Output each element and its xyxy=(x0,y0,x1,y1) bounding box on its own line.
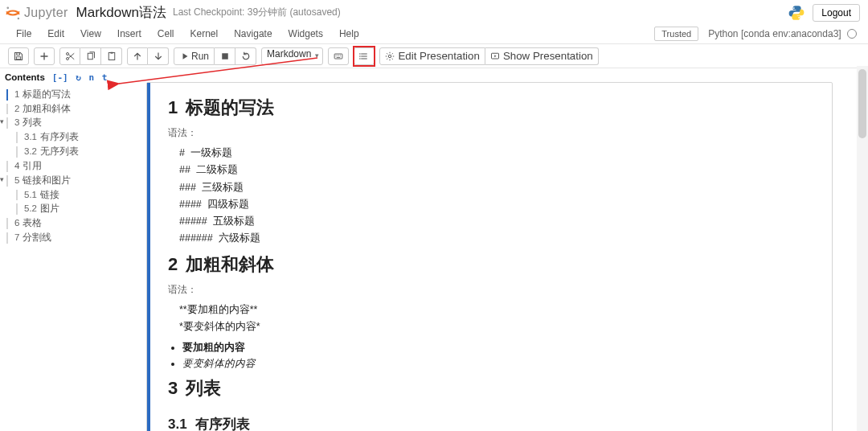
markdown-cell[interactable]: 1标题的写法 语法： # 一级标题 ## 二级标题 ### 三级标题 #### … xyxy=(147,83,832,431)
copy-button[interactable] xyxy=(80,47,101,65)
toc-toggle-button[interactable] xyxy=(354,47,375,65)
run-button[interactable]: Run xyxy=(174,47,215,65)
logout-button[interactable]: Logout xyxy=(813,4,860,22)
arrow-up-icon xyxy=(133,51,142,61)
kernel-indicator[interactable]: Python [conda env:anaconda3] xyxy=(708,28,857,39)
svg-rect-4 xyxy=(17,52,20,55)
save-icon xyxy=(14,51,23,61)
menu-kernel[interactable]: Kernel xyxy=(182,25,227,43)
checkpoint-text: Last Checkpoint: 39分钟前 (autosaved) xyxy=(173,6,341,19)
toc-item[interactable]: 2加粗和斜体 xyxy=(5,102,117,117)
code-block-1: # 一级标题 ## 二级标题 ### 三级标题 #### 四级标题 ##### … xyxy=(179,145,814,248)
toc-list: 1标题的写法2加粗和斜体▾3列表3.1有序列表3.2无序列表4引用▾5链接和图片… xyxy=(5,88,117,245)
toc-item[interactable]: 3.2无序列表 xyxy=(14,145,117,159)
interrupt-button[interactable] xyxy=(215,47,235,65)
toc-item[interactable]: 5.2图片 xyxy=(14,202,117,216)
toc-item[interactable]: 4引用 xyxy=(5,159,117,174)
toc-item[interactable]: ▾5链接和图片 xyxy=(5,174,117,188)
svg-rect-10 xyxy=(110,51,113,53)
syntax-label-2: 语法： xyxy=(168,282,814,297)
toolbar: Run Markdown ▾ Edit Presentation Show Pr… xyxy=(0,44,868,68)
menu-insert[interactable]: Insert xyxy=(109,25,149,43)
move-up-button[interactable] xyxy=(127,47,148,65)
toc-controls[interactable]: [-] ↻ n t xyxy=(50,71,108,84)
trusted-badge[interactable]: Trusted xyxy=(654,27,698,41)
toc-sidebar: Contents [-] ↻ n t 1标题的写法2加粗和斜体▾3列表3.1有序… xyxy=(0,66,122,431)
chevron-down-icon: ▾ xyxy=(0,117,4,128)
move-down-button[interactable] xyxy=(148,47,169,65)
command-palette-button[interactable] xyxy=(328,47,349,65)
stop-icon xyxy=(220,51,230,61)
toc-title: Contents xyxy=(5,71,45,85)
python-icon xyxy=(788,5,805,21)
logo-text: Jupyter xyxy=(24,6,68,20)
menu-widgets[interactable]: Widgets xyxy=(280,25,331,43)
cut-button[interactable] xyxy=(59,47,80,65)
toc-collapse[interactable]: [-] xyxy=(52,72,68,83)
menu-navigate[interactable]: Navigate xyxy=(226,25,280,43)
syntax-label-1: 语法： xyxy=(168,125,814,140)
svg-point-13 xyxy=(360,53,362,55)
svg-point-1 xyxy=(18,17,20,19)
svg-point-15 xyxy=(360,58,362,60)
play-box-icon xyxy=(490,51,500,61)
svg-point-3 xyxy=(799,17,800,18)
toc-item[interactable]: 1标题的写法 xyxy=(5,88,117,102)
celltype-select[interactable]: Markdown ▾ xyxy=(261,47,323,65)
scrollbar-thumb[interactable] xyxy=(858,69,866,138)
heading-3: 3列表 xyxy=(168,375,814,401)
scissors-icon xyxy=(65,51,75,61)
svg-point-14 xyxy=(360,55,362,57)
paste-icon xyxy=(107,51,117,61)
notebook-cell: 1标题的写法 语法： # 一级标题 ## 二级标题 ### 三级标题 #### … xyxy=(146,82,833,431)
menu-edit[interactable]: Edit xyxy=(39,25,72,43)
toc-refresh[interactable]: ↻ xyxy=(76,72,81,83)
menu-view[interactable]: View xyxy=(72,25,109,43)
chevron-down-icon: ▾ xyxy=(0,174,4,186)
menu-file[interactable]: File xyxy=(8,25,39,43)
menu-help[interactable]: Help xyxy=(331,25,367,43)
svg-rect-12 xyxy=(335,54,343,59)
restart-icon xyxy=(241,51,251,61)
heading-3-1: 3.1有序列表 xyxy=(168,414,814,432)
code-block-2: **要加粗的内容** *要变斜体的内容* xyxy=(179,302,814,336)
toc-number[interactable]: n xyxy=(89,72,95,83)
menu-bar: File Edit View Insert Cell Kernel Naviga… xyxy=(0,23,868,44)
jupyter-logo[interactable]: Jupyter xyxy=(5,5,68,21)
heading-2: 2加粗和斜体 xyxy=(168,251,814,277)
toc-item[interactable]: 5.1链接 xyxy=(14,188,117,203)
svg-point-16 xyxy=(389,55,391,57)
save-button[interactable] xyxy=(8,47,29,65)
restart-button[interactable] xyxy=(235,47,256,65)
notebook-area[interactable]: 1标题的写法 语法： # 一级标题 ## 二级标题 ### 三级标题 #### … xyxy=(122,66,857,431)
copy-icon xyxy=(86,51,96,61)
plus-icon xyxy=(39,51,49,61)
kernel-status-icon xyxy=(847,29,857,39)
toc-item[interactable]: ▾3列表 xyxy=(5,116,117,130)
svg-point-2 xyxy=(793,7,795,9)
menu-cell[interactable]: Cell xyxy=(149,25,182,43)
svg-rect-9 xyxy=(108,52,115,60)
toc-item[interactable]: 7分割线 xyxy=(5,231,117,245)
svg-rect-11 xyxy=(222,53,228,60)
edit-presentation-button[interactable]: Edit Presentation xyxy=(379,47,485,65)
gear-icon xyxy=(385,51,395,61)
celltype-value: Markdown xyxy=(261,47,323,65)
show-presentation-button[interactable]: Show Presentation xyxy=(485,47,599,65)
toc-settings[interactable]: t xyxy=(102,72,108,83)
heading-1: 1标题的写法 xyxy=(168,94,814,121)
paste-button[interactable] xyxy=(101,47,122,65)
list-icon xyxy=(359,51,369,61)
add-cell-button[interactable] xyxy=(34,47,55,65)
scrollbar[interactable] xyxy=(857,66,868,431)
jupyter-icon xyxy=(5,5,21,21)
notebook-title[interactable]: Markdown语法 xyxy=(76,3,166,22)
bullet-list-2: 要加粗的内容 要变斜体的内容 xyxy=(168,340,814,371)
toc-item[interactable]: 6表格 xyxy=(5,216,117,231)
arrow-down-icon xyxy=(154,51,163,61)
run-icon xyxy=(179,51,189,61)
keyboard-icon xyxy=(334,51,343,61)
toc-item[interactable]: 3.1有序列表 xyxy=(14,130,117,145)
svg-point-0 xyxy=(6,6,9,9)
svg-rect-8 xyxy=(88,53,92,60)
